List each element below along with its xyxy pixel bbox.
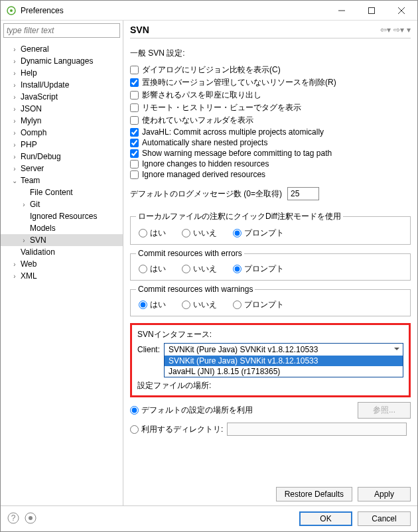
- close-button[interactable]: [386, 1, 416, 20]
- tree-item[interactable]: Ignored Resources: [1, 210, 123, 222]
- client-select[interactable]: SVNKit (Pure Java) SVNKit v1.8.12.10533: [164, 343, 403, 356]
- minimize-button[interactable]: [326, 1, 356, 20]
- checkbox[interactable]: [130, 66, 139, 74]
- apply-button[interactable]: Apply: [358, 487, 411, 501]
- maximize-button[interactable]: [356, 1, 386, 20]
- help-icon[interactable]: ?: [7, 512, 19, 526]
- twisty-icon[interactable]: ›: [19, 237, 29, 244]
- twisty-icon[interactable]: ›: [10, 117, 19, 125]
- twisty-icon[interactable]: ›: [10, 153, 19, 161]
- radio[interactable]: [182, 300, 190, 309]
- radio-option[interactable]: はい: [139, 263, 166, 275]
- twisty-icon[interactable]: ›: [10, 58, 19, 65]
- radio[interactable]: [139, 300, 147, 309]
- filter-input[interactable]: [3, 23, 120, 38]
- checkbox-row[interactable]: 使われていないフォルダを表示: [130, 115, 411, 126]
- checkbox[interactable]: [130, 91, 139, 100]
- nav-menu-icon[interactable]: ▾: [407, 25, 411, 34]
- log-count-input[interactable]: [287, 187, 319, 200]
- tree-item[interactable]: ›General: [1, 43, 123, 55]
- ok-button[interactable]: OK: [299, 511, 352, 526]
- tree-item[interactable]: ›Help: [1, 67, 123, 79]
- client-option[interactable]: SVNKit (Pure Java) SVNKit v1.8.12.10533: [165, 356, 403, 366]
- checkbox[interactable]: [130, 139, 139, 147]
- checkbox[interactable]: [130, 149, 139, 158]
- browse-button[interactable]: 参照...: [358, 402, 411, 419]
- twisty-icon[interactable]: ›: [10, 261, 19, 268]
- radio-option[interactable]: はい: [139, 299, 166, 310]
- tree-item[interactable]: ›XML: [1, 270, 123, 282]
- checkbox[interactable]: [130, 170, 139, 179]
- checkbox-row[interactable]: Automatically share nested projects: [130, 138, 411, 147]
- client-label: Client:: [137, 345, 160, 354]
- tree-item[interactable]: Models: [1, 222, 123, 234]
- tree-item-label: Ignored Resources: [29, 212, 97, 221]
- radio[interactable]: [233, 265, 242, 273]
- twisty-icon[interactable]: ›: [10, 273, 19, 280]
- twisty-icon[interactable]: ›: [19, 201, 29, 208]
- checkbox-row[interactable]: ダイアログにリビジョン比較を表示(C): [130, 64, 411, 76]
- tree-item[interactable]: ›Run/Debug: [1, 151, 123, 163]
- tree-item[interactable]: ›Dynamic Languages: [1, 55, 123, 67]
- checkbox[interactable]: [130, 160, 139, 168]
- tree-item[interactable]: Validation: [1, 246, 123, 258]
- tree-item[interactable]: ›PHP: [1, 139, 123, 151]
- radio-option[interactable]: プロンプト: [233, 228, 284, 239]
- config-dir-input[interactable]: [227, 423, 407, 436]
- radio-option[interactable]: いいえ: [182, 263, 217, 275]
- radio-option[interactable]: プロンプト: [233, 299, 284, 310]
- tree-item[interactable]: File Content: [1, 186, 123, 198]
- twisty-icon[interactable]: ⌄: [10, 177, 19, 184]
- twisty-icon[interactable]: ›: [10, 82, 19, 89]
- tree-item[interactable]: ›Install/Update: [1, 79, 123, 91]
- preferences-tree[interactable]: ›General›Dynamic Languages›Help›Install/…: [1, 40, 123, 505]
- twisty-icon[interactable]: ›: [10, 165, 19, 172]
- checkbox-row[interactable]: Show warning message before committing t…: [130, 149, 411, 158]
- nav-forward-icon[interactable]: ⇨▾: [393, 25, 404, 34]
- tree-item[interactable]: ›Server: [1, 163, 123, 174]
- cancel-button[interactable]: Cancel: [358, 511, 411, 526]
- checkbox[interactable]: [130, 116, 139, 125]
- twisty-icon[interactable]: ›: [10, 129, 19, 137]
- client-dropdown[interactable]: SVNKit (Pure Java) SVNKit v1.8.12.10533J…: [164, 356, 403, 377]
- radio-option[interactable]: プロンプト: [233, 263, 284, 275]
- radio[interactable]: [233, 229, 242, 237]
- restore-defaults-button[interactable]: Restore Defaults: [276, 487, 352, 501]
- log-count-label: デフォルトのログメッセージ数 (0=全取得): [130, 188, 282, 200]
- checkbox[interactable]: [130, 128, 139, 137]
- twisty-icon[interactable]: ›: [10, 105, 19, 113]
- config-default-radio[interactable]: デフォルトの設定の場所を利用: [130, 405, 253, 416]
- tree-item[interactable]: ⌄Team: [1, 174, 123, 186]
- checkbox[interactable]: [130, 103, 139, 112]
- tree-item[interactable]: ›Git: [1, 198, 123, 210]
- checkbox[interactable]: [130, 78, 139, 87]
- tree-item[interactable]: ›Web: [1, 258, 123, 270]
- radio[interactable]: [182, 229, 190, 237]
- checkbox-row[interactable]: Ignore changes to hidden resources: [130, 159, 411, 168]
- radio-option[interactable]: いいえ: [182, 299, 217, 310]
- checkbox-row[interactable]: Ignore managed derived resources: [130, 170, 411, 179]
- client-option[interactable]: JavaHL (JNI) 1.8.15 (r1718365): [165, 366, 403, 377]
- twisty-icon[interactable]: ›: [10, 46, 19, 53]
- twisty-icon[interactable]: ›: [10, 141, 19, 149]
- tree-item[interactable]: ›Oomph: [1, 127, 123, 139]
- radio-option[interactable]: いいえ: [182, 228, 217, 239]
- tree-item[interactable]: ›SVN: [1, 234, 123, 246]
- radio[interactable]: [182, 265, 190, 273]
- checkbox-row[interactable]: 影響されるパスを即座に取り出し: [130, 90, 411, 101]
- checkbox-row[interactable]: 置換時にバージョン管理していないリソースを削除(R): [130, 77, 411, 88]
- config-dir-radio[interactable]: 利用するディレクトリ:: [130, 424, 223, 435]
- twisty-icon[interactable]: ›: [10, 94, 19, 101]
- import-export-icon[interactable]: [25, 512, 36, 526]
- tree-item[interactable]: ›JSON: [1, 103, 123, 115]
- checkbox-row[interactable]: JavaHL: Commit across multiple projects …: [130, 127, 411, 137]
- radio[interactable]: [139, 229, 147, 237]
- radio[interactable]: [233, 300, 242, 309]
- twisty-icon[interactable]: ›: [10, 70, 19, 77]
- nav-back-icon[interactable]: ⇦▾: [380, 25, 391, 34]
- radio[interactable]: [139, 265, 147, 273]
- tree-item[interactable]: ›JavaScript: [1, 91, 123, 103]
- checkbox-row[interactable]: リモート・ヒストリー・ビューでタグを表示: [130, 102, 411, 113]
- tree-item[interactable]: ›Mylyn: [1, 115, 123, 127]
- radio-option[interactable]: はい: [139, 228, 166, 239]
